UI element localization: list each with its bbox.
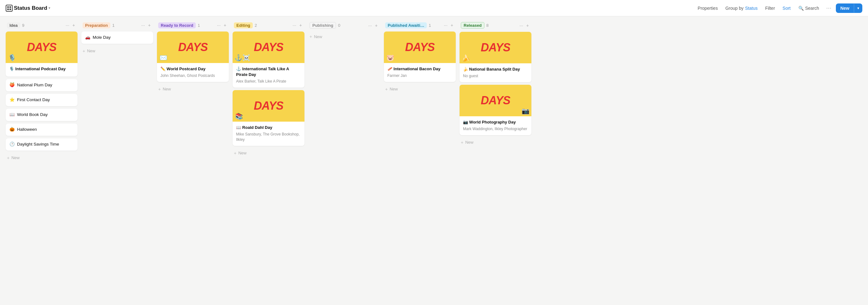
column-preparation: Preparation1 ··· + 🚗Mole Day+New xyxy=(80,20,155,56)
card-item[interactable]: DAYS 🐷 🥓 International Bacon DayFarmer J… xyxy=(384,31,456,82)
top-bar-right: Properties Group by Status Filter Sort 🔍… xyxy=(695,3,862,13)
plus-icon: + xyxy=(7,155,9,160)
new-item-button-released[interactable]: +New xyxy=(460,138,531,147)
item-emoji-icon: ⭐ xyxy=(9,97,15,103)
column-menu-ready[interactable]: ··· xyxy=(216,22,222,28)
column-menu-publishing[interactable]: ··· xyxy=(367,22,373,29)
column-ready: Ready to Record1 ··· + DAYS ✉️ ✏️ World … xyxy=(155,20,231,94)
item-emoji-icon: 🍑 xyxy=(9,82,15,88)
item-emoji-icon: 🚗 xyxy=(85,35,90,41)
column-label-ready[interactable]: Ready to Record xyxy=(158,22,196,28)
column-menu-idea[interactable]: ··· xyxy=(64,22,71,28)
column-menu-published_awaiting[interactable]: ··· xyxy=(442,22,449,28)
new-item-button-publishing[interactable]: +New xyxy=(308,32,380,41)
new-item-button-editing[interactable]: +New xyxy=(232,148,305,158)
item-emoji-icon: 🎃 xyxy=(9,127,15,133)
column-header-published_awaiting: Published Awaiti…1 ··· + xyxy=(384,20,456,31)
column-label-publishing[interactable]: Publishing xyxy=(310,22,336,29)
column-menu-editing[interactable]: ··· xyxy=(291,22,298,28)
card-item[interactable]: DAYS ⚓☠️ ⚓ International Talk Like A Pir… xyxy=(232,31,305,88)
card-item[interactable]: DAYS 🍌 🍌 National Banana Split DayNo gue… xyxy=(460,32,531,82)
card-subtitle: Alex Barker, Talk Like A Pirate xyxy=(236,79,301,84)
card-title: 🥓 International Bacon Day xyxy=(388,66,452,72)
column-label-preparation[interactable]: Preparation xyxy=(83,22,110,28)
card-subtitle: Mark Waddington, Ilkley Photographer xyxy=(463,126,528,132)
column-header-editing: Editing2 ··· + xyxy=(232,20,305,31)
new-item-button-published_awaiting[interactable]: +New xyxy=(384,85,456,94)
column-count-released: 8 xyxy=(486,23,489,28)
card-item[interactable]: DAYS ✉️ ✏️ World Postcard DayJohn Sheeha… xyxy=(157,31,229,82)
search-button[interactable]: 🔍 Search xyxy=(796,4,822,12)
column-header-idea: Idea9 ··· + xyxy=(6,20,78,31)
item-title: World Book Day xyxy=(17,112,48,118)
card-title: 🍌 National Banana Split Day xyxy=(463,66,528,72)
item-title: National Plum Day xyxy=(17,82,52,88)
column-count-publishing: 0 xyxy=(338,23,340,28)
column-idea: Idea9 ··· + DAYS 🎙️ 🎙️ International Pod… xyxy=(4,20,80,162)
item-emoji-icon: 📖 xyxy=(9,112,15,118)
card-title: 🎙️ International Podcast Day xyxy=(9,66,74,72)
column-add-publishing[interactable]: + xyxy=(374,22,379,29)
column-label-idea[interactable]: Idea xyxy=(7,22,20,28)
new-button[interactable]: New xyxy=(836,3,854,13)
list-item[interactable]: 🕐Daylight Savings Time xyxy=(6,138,78,151)
column-header-ready: Ready to Record1 ··· + xyxy=(157,20,229,31)
column-add-ready[interactable]: + xyxy=(222,22,227,28)
column-count-editing: 2 xyxy=(255,23,257,28)
card-title: ✏️ World Postcard Day xyxy=(160,66,225,72)
card-subtitle: No guest xyxy=(463,73,528,79)
column-count-published_awaiting: 1 xyxy=(429,23,431,28)
card-item[interactable]: DAYS 📷 📷 World Photography DayMark Waddi… xyxy=(460,85,531,135)
column-add-idea[interactable]: + xyxy=(71,22,76,28)
sort-button[interactable]: Sort xyxy=(780,4,794,12)
column-add-released[interactable]: + xyxy=(525,22,530,29)
plus-icon: + xyxy=(234,151,237,156)
card-item[interactable]: DAYS 📚 📖 Roald Dahl DayMike Sansbury, Th… xyxy=(232,90,305,146)
column-menu-released[interactable]: ··· xyxy=(518,22,524,29)
card-subtitle: John Sheehan, Ghost Postcards xyxy=(160,73,225,79)
column-label-editing[interactable]: Editing xyxy=(234,22,253,28)
column-header-released: Released8 ··· + xyxy=(460,20,531,32)
plus-icon: + xyxy=(461,140,463,145)
new-item-button-ready[interactable]: +New xyxy=(157,85,229,94)
card-title: 📖 Roald Dahl Day xyxy=(236,125,301,130)
item-title: Mole Day xyxy=(93,35,111,41)
column-add-preparation[interactable]: + xyxy=(147,22,152,28)
svg-rect-1 xyxy=(9,6,11,8)
new-item-button-idea[interactable]: +New xyxy=(6,153,78,162)
group-by-button[interactable]: Group by Status xyxy=(722,4,760,12)
column-published_awaiting: Published Awaiti…1 ··· + DAYS 🐷 🥓 Intern… xyxy=(382,20,458,94)
list-item[interactable]: 🚗Mole Day xyxy=(81,31,153,44)
filter-button[interactable]: Filter xyxy=(763,4,778,12)
column-add-published_awaiting[interactable]: + xyxy=(450,22,455,28)
svg-rect-3 xyxy=(9,8,11,10)
column-released: Released8 ··· + DAYS 🍌 🍌 National Banana… xyxy=(458,20,533,147)
list-item[interactable]: 📖World Book Day xyxy=(6,109,78,121)
card-subtitle: Mike Sansbury, The Grove Bookshop, Ilkle… xyxy=(236,132,301,143)
app-icon xyxy=(6,5,12,12)
column-editing: Editing2 ··· + DAYS ⚓☠️ ⚓ International … xyxy=(231,20,306,158)
title-area[interactable]: Status Board ▾ xyxy=(6,5,51,12)
column-add-editing[interactable]: + xyxy=(298,22,303,28)
new-button-group: New ▾ xyxy=(836,3,862,13)
plus-icon: + xyxy=(385,87,388,92)
card-title: ⚓ International Talk Like A Pirate Day xyxy=(236,66,301,78)
list-item[interactable]: 🍑National Plum Day xyxy=(6,79,78,91)
column-label-published_awaiting[interactable]: Published Awaiti… xyxy=(385,22,427,28)
list-item[interactable]: 🎃Halloween xyxy=(6,123,78,136)
card-subtitle: Farmer Jan xyxy=(388,73,452,79)
plus-icon: + xyxy=(158,87,161,92)
column-header-preparation: Preparation1 ··· + xyxy=(81,20,153,31)
item-title: Daylight Savings Time xyxy=(17,142,59,148)
column-label-released[interactable]: Released xyxy=(461,22,485,29)
properties-button[interactable]: Properties xyxy=(695,4,721,12)
chevron-down-icon: ▾ xyxy=(49,6,51,10)
new-item-button-preparation[interactable]: +New xyxy=(81,46,153,56)
new-button-arrow[interactable]: ▾ xyxy=(854,4,862,12)
column-menu-preparation[interactable]: ··· xyxy=(140,22,146,28)
search-icon: 🔍 xyxy=(798,6,804,11)
list-item[interactable]: ⭐First Contact Day xyxy=(6,94,78,106)
card-item[interactable]: DAYS 🎙️ 🎙️ International Podcast Day xyxy=(6,31,78,77)
column-count-ready: 1 xyxy=(197,23,200,28)
more-options-button[interactable]: ··· xyxy=(824,4,834,12)
